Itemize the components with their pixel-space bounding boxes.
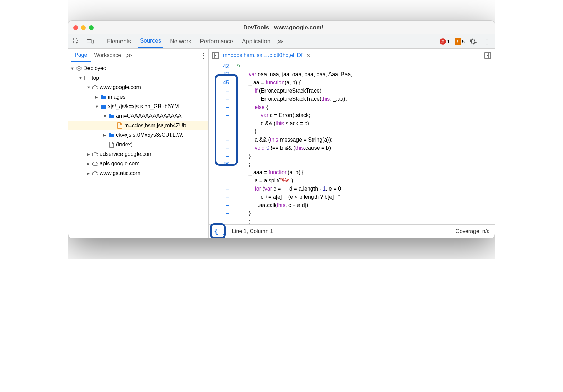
folder-icon <box>100 95 107 99</box>
zoom-window-button[interactable] <box>89 25 94 30</box>
close-tab-icon[interactable]: ✕ <box>306 52 311 59</box>
tab-sources[interactable]: Sources <box>138 35 163 48</box>
close-window-button[interactable] <box>73 25 78 30</box>
device-toolbar-icon[interactable] <box>85 37 95 46</box>
tree-folder-ck[interactable]: ck=xjs.s.0Mx5ys3sCUI.L.W. <box>68 130 208 140</box>
tree-folder-images[interactable]: images <box>68 92 208 102</box>
svg-rect-1 <box>87 39 91 43</box>
more-tabs-icon[interactable]: ≫ <box>277 38 284 45</box>
tree-folder-xjs[interactable]: xjs/_/js/k=xjs.s.en_GB.-b6YM <box>68 102 208 111</box>
cloud-icon <box>92 152 99 157</box>
file-icon <box>108 142 115 148</box>
window-title: DevTools - www.google.com/ <box>94 24 473 31</box>
tree-deployed[interactable]: Deployed <box>68 64 208 73</box>
cloud-icon <box>92 85 99 90</box>
warning-icon: ! <box>455 38 461 45</box>
sidebar-tab-page[interactable]: Page <box>71 49 91 62</box>
devtools-window: DevTools - www.google.com/ Elements Sour… <box>68 20 495 238</box>
js-file-icon <box>116 122 124 129</box>
toggle-navigator-icon[interactable] <box>211 52 220 59</box>
folder-icon <box>108 114 115 118</box>
editor-tabs: m=cdos,hsm,jsa,…c,dtl0hd,eHDfl ✕ <box>209 49 495 62</box>
code-content[interactable]: */ var eaa, naa, jaa, oaa, paa, qaa, Aaa… <box>232 62 495 224</box>
tree-origin-gstatic[interactable]: www.gstatic.com <box>68 168 208 178</box>
editor-status-bar: { } Line 1, Column 1 Coverage: n/a <box>209 224 495 238</box>
tree-origin-adservice[interactable]: adservice.google.com <box>68 149 208 159</box>
settings-icon[interactable] <box>469 38 477 45</box>
svg-rect-2 <box>92 40 94 43</box>
sources-sidebar: Page Workspace ≫ ⋮ Deployed top www.goog… <box>68 49 209 238</box>
tab-application[interactable]: Application <box>240 35 272 48</box>
tree-file-selected[interactable]: m=cdos,hsm,jsa,mb4ZUb <box>68 121 208 130</box>
folder-icon <box>108 133 115 137</box>
toggle-debugger-icon[interactable] <box>483 52 493 59</box>
cursor-position[interactable]: Line 1, Column 1 <box>232 228 273 234</box>
cloud-icon <box>92 171 99 176</box>
warning-badge[interactable]: ! 5 <box>455 38 465 45</box>
sidebar-more-tabs-icon[interactable]: ≫ <box>126 52 132 59</box>
sidebar-tabs: Page Workspace ≫ ⋮ <box>68 49 208 62</box>
error-icon: ✕ <box>440 38 446 45</box>
minimize-window-button[interactable] <box>81 25 86 30</box>
tree-origin-apis[interactable]: apis.google.com <box>68 159 208 168</box>
traffic-lights <box>73 25 94 30</box>
coverage-status[interactable]: Coverage: n/a <box>455 228 490 234</box>
tab-network[interactable]: Network <box>168 35 193 48</box>
tree-top[interactable]: top <box>68 73 208 83</box>
inspect-element-icon[interactable] <box>71 37 81 46</box>
frame-icon <box>83 76 91 80</box>
svg-rect-3 <box>84 76 90 80</box>
titlebar: DevTools - www.google.com/ <box>68 21 495 34</box>
tab-elements[interactable]: Elements <box>105 35 133 48</box>
folder-icon <box>100 104 107 109</box>
main-tabbar: Elements Sources Network Performance App… <box>68 34 495 49</box>
pretty-print-button[interactable]: { } <box>211 227 229 236</box>
tree-folder-am[interactable]: am=CAAAAAAAAAAAAAA <box>68 111 208 121</box>
cloud-icon <box>92 161 99 166</box>
line-gutter[interactable]: 424345 ––– ––– ––– 46 ––– ––– ––– <box>209 62 232 224</box>
tab-performance[interactable]: Performance <box>198 35 235 48</box>
tree-origin-google[interactable]: www.google.com <box>68 83 208 92</box>
code-editor: m=cdos,hsm,jsa,…c,dtl0hd,eHDfl ✕ 424345 … <box>209 49 495 238</box>
error-badge[interactable]: ✕ 1 <box>440 38 450 45</box>
open-file-tab[interactable]: m=cdos,hsm,jsa,…c,dtl0hd,eHDfl ✕ <box>223 52 311 59</box>
sidebar-kebab-icon[interactable]: ⋮ <box>198 51 208 60</box>
tree-file-index[interactable]: (index) <box>68 140 208 149</box>
kebab-menu-icon[interactable]: ⋮ <box>482 37 492 46</box>
deployed-icon <box>75 65 83 71</box>
file-tree: Deployed top www.google.com images xjs/_… <box>68 62 208 238</box>
sidebar-tab-workspace[interactable]: Workspace <box>91 50 125 61</box>
